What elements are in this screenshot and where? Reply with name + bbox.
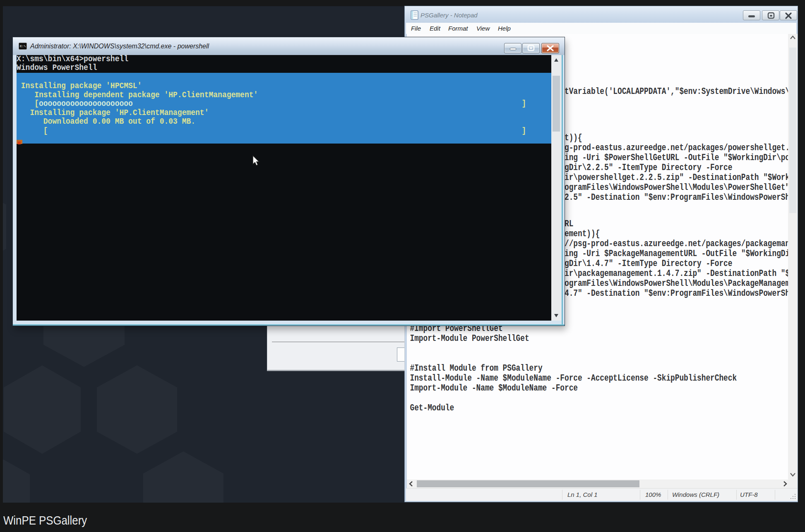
svg-text:C:\: C:\ [20, 44, 26, 48]
